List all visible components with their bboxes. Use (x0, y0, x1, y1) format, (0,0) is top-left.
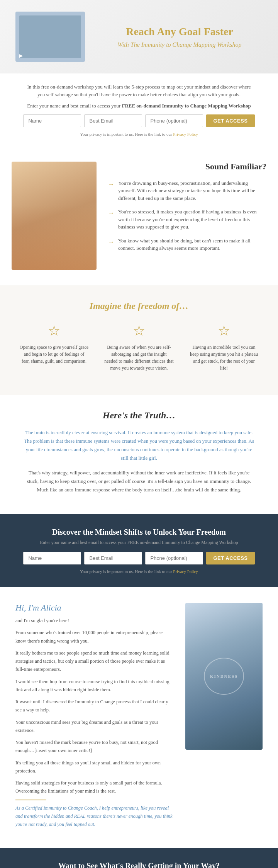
sf-photo (12, 162, 97, 270)
hero-image (15, 12, 85, 62)
form1-row: GeT Access (23, 114, 255, 127)
hero-section: Reach Any Goal Faster With The Immunity … (0, 0, 278, 73)
about-quote: As a Certified Immunity to Change Coach,… (15, 804, 174, 829)
star-icon-3: ☆ (189, 323, 259, 339)
form2-name-input[interactable] (23, 552, 81, 564)
star-icon-2: ☆ (104, 323, 174, 339)
bullet-item-1: → You're drowning in busy-ness, procrast… (108, 179, 266, 202)
form2-phone-input[interactable] (145, 552, 203, 564)
star-item-1: ☆ Opening space to give yourself grace a… (19, 323, 89, 372)
star-icon-1: ☆ (19, 323, 89, 339)
bullet-item-3: → You know what you should be doing, but… (108, 237, 266, 252)
bullet-text-2: You're so stressed, it makes you questio… (118, 208, 266, 231)
bullet-arrow-2: → (108, 208, 114, 218)
form1-phone-input[interactable] (145, 114, 203, 127)
about-greeting: Hi, I'm Alicia (15, 603, 174, 613)
hero-subtitle: With The Immunity to Change Mapping Work… (97, 41, 263, 48)
about-divider (15, 800, 46, 800)
stars-row: ☆ Opening space to give yourself grace a… (15, 323, 263, 372)
truth-highlight-text: The brain is incredibly clever at ensuri… (23, 428, 255, 462)
about-para-3: I would see them hop from course to cour… (15, 678, 174, 694)
form-section-2: Discover the Mindset Shifts to Unlock Yo… (0, 514, 278, 587)
form2-row: GET AcCESS (23, 552, 255, 564)
form1-email-input[interactable] (84, 114, 142, 127)
form2-privacy-link[interactable]: Privacy Policy (173, 569, 198, 574)
about-photo (185, 603, 263, 750)
imagine-section: Imagine the freedom of… ☆ Opening space … (0, 285, 278, 395)
bullet-item-2: → You're so stressed, it makes you quest… (108, 208, 266, 231)
form1-name-input[interactable] (23, 114, 81, 127)
about-para-5: Your unconscious mind sees your big drea… (15, 718, 174, 735)
bullet-text-1: You're drowning in busy-ness, procrastin… (118, 179, 266, 202)
form1-subtext-bold: FREE on-demand Immunity to Change Mappin… (122, 103, 251, 109)
about-para-4: It wasn't until I discovered the Immunit… (15, 698, 174, 715)
about-para-8: Having solid strategies for your busines… (15, 779, 174, 796)
form2-desc: Enter your name and best email to access… (23, 540, 255, 546)
star-text-2: Being aware of when you are self-sabotag… (104, 344, 174, 372)
sf-title: Sound Familiar? (108, 162, 266, 172)
about-section: Hi, I'm Alicia and I'm so glad you're he… (0, 587, 278, 848)
star-text-3: Having an incredible tool you can keep u… (189, 344, 259, 372)
form1-privacy: Your privacy is important to us. Here is… (23, 132, 255, 136)
truth-body-text: That's why strategy, willpower, and acco… (23, 469, 255, 494)
hero-title: Reach Any Goal Faster (97, 25, 263, 38)
about-para-7: It's telling you all those things so you… (15, 759, 174, 776)
star-text-1: Opening space to give yourself grace and… (19, 344, 89, 365)
about-para-2: It really bothers me to see people spend… (15, 649, 174, 674)
sf-content: Sound Familiar? → You're drowning in bus… (108, 162, 266, 270)
form2-title: Discover the Mindset Shifts to Unlock Yo… (23, 528, 255, 537)
form1-subtext: Enter your name and best email to access… (23, 102, 255, 110)
bullet-arrow-3: → (108, 237, 114, 247)
form3-title: Want to See What's Really Getting in You… (23, 861, 255, 868)
star-item-3: ☆ Having an incredible tool you can keep… (189, 323, 259, 372)
form1-privacy-link[interactable]: Privacy Policy (173, 132, 198, 136)
hero-text-block: Reach Any Goal Faster With The Immunity … (97, 25, 263, 48)
sound-familiar-section: Sound Familiar? → You're drowning in bus… (0, 146, 278, 285)
bullet-text-3: You know what you should be doing, but c… (118, 237, 266, 252)
form-section-3: Want to See What's Really Getting in You… (0, 848, 278, 868)
truth-title: Here's the Truth… (23, 410, 255, 421)
truth-section: Here's the Truth… The brain is incredibl… (0, 395, 278, 515)
form2-submit-button[interactable]: GET AcCESS (206, 552, 254, 564)
form1-submit-button[interactable]: GeT Access (206, 114, 254, 127)
form-section-1: In this free on-demand workshop you will… (0, 73, 278, 146)
form1-desc: In this free on-demand workshop you will… (23, 83, 255, 98)
imagine-title: Imagine the freedom of… (15, 301, 263, 311)
about-content: Hi, I'm Alicia and I'm so glad you're he… (15, 603, 174, 832)
form2-email-input[interactable] (84, 552, 142, 564)
bullet-arrow-1: → (108, 180, 114, 189)
star-item-2: ☆ Being aware of when you are self-sabot… (104, 323, 174, 372)
form2-privacy: Your privacy is important to us. Here is… (23, 569, 255, 574)
about-glad: and I'm so glad you're here! (15, 617, 174, 625)
about-para-1: From someone who's trained over 10,000 p… (15, 629, 174, 645)
about-para-6: You haven't missed the mark because you'… (15, 738, 174, 755)
